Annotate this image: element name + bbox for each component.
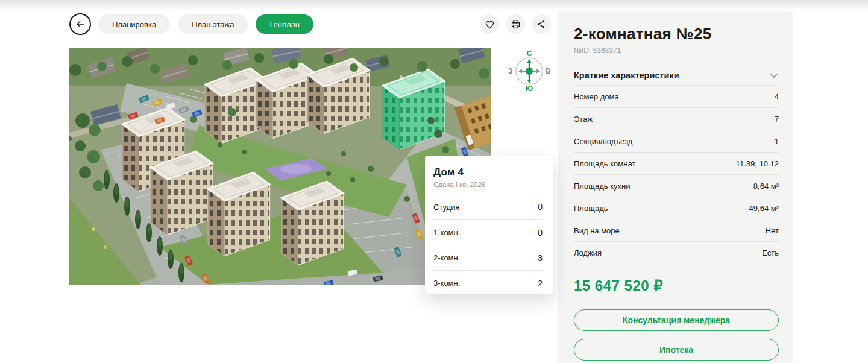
characteristics-list: Номер дома 4 Этаж 7 Секция/подъезд 1 Пло… xyxy=(574,86,779,264)
panel-buttons: Консультация менеджера Ипотека xyxy=(574,309,779,361)
share-button[interactable] xyxy=(532,14,551,34)
row-loggia: Лоджия Есть xyxy=(574,242,779,264)
compass-south-label: Ю xyxy=(526,84,533,93)
row-floor: Этаж 7 xyxy=(574,108,779,130)
row-label: Номер дома xyxy=(574,92,619,101)
row-label: Лоджия xyxy=(574,248,602,257)
compass-east-label: В xyxy=(545,67,550,75)
page: Планировка План этажа Генплан С Ю З xyxy=(0,0,868,363)
action-buttons xyxy=(480,14,551,34)
tooltip-row-value: 3 xyxy=(538,253,542,263)
row-house-number: Номер дома 4 xyxy=(574,86,779,108)
print-button[interactable] xyxy=(506,14,525,34)
row-value: 7 xyxy=(775,115,779,124)
row-label: Секция/подъезд xyxy=(574,137,632,146)
tooltip-row-label: 1-комн. xyxy=(433,228,460,237)
tooltip-row-2room: 2-комн. 3 xyxy=(433,245,542,270)
mortgage-button[interactable]: Ипотека xyxy=(574,339,779,361)
tab-genplan[interactable]: Генплан xyxy=(256,14,313,34)
tooltip-row-label: Студия xyxy=(433,203,459,212)
tooltip-row-value: 2 xyxy=(538,279,542,288)
tooltip-row-value: 0 xyxy=(538,228,542,238)
building-tooltip: Дом 4 Сдача I кв. 2026 Студия 0 1-комн. … xyxy=(425,156,553,294)
apartment-title: 2-комнатная №25 xyxy=(574,24,779,43)
favorite-button[interactable] xyxy=(480,14,499,34)
row-value: 11.39, 10.12 xyxy=(736,159,779,168)
tooltip-rows: Студия 0 1-комн. 0 2-комн. 3 3-комн. 2 xyxy=(433,194,542,295)
row-value: 4 xyxy=(775,92,779,101)
row-label: Площадь кухни xyxy=(574,182,630,191)
back-button[interactable] xyxy=(69,13,91,35)
compass-rose-icon xyxy=(515,57,544,86)
share-icon xyxy=(536,19,547,30)
tooltip-row-3room: 3-комн. 2 xyxy=(433,270,542,295)
compass-west-label: З xyxy=(508,67,513,75)
compass: С Ю З В xyxy=(508,49,550,93)
heart-icon xyxy=(484,19,495,30)
tooltip-row-label: 2-комн. xyxy=(433,253,460,262)
row-kitchen-area: Площадь кухни 8,64 м² xyxy=(574,175,779,197)
row-section: Секция/подъезд 1 xyxy=(574,130,779,153)
row-sea-view: Вид на море Нет xyxy=(574,219,779,242)
view-tabs: Планировка План этажа Генплан xyxy=(98,14,313,34)
tooltip-subtitle: Сдача I кв. 2026 xyxy=(433,181,542,188)
tooltip-title: Дом 4 xyxy=(433,166,542,178)
row-value: 49,64 м² xyxy=(749,204,779,213)
tooltip-row-studio: Студия 0 xyxy=(433,194,542,219)
top-shadow xyxy=(0,0,868,11)
row-label: Площадь комнат xyxy=(574,159,635,168)
row-value: 1 xyxy=(775,137,779,146)
row-total-area: Площадь 49,64 м² xyxy=(574,197,779,219)
price: 15 647 520 ₽ xyxy=(574,277,779,294)
row-value: Нет xyxy=(766,226,779,235)
consultation-button[interactable]: Консультация менеджера xyxy=(574,309,779,331)
characteristics-header[interactable]: Краткие характеристики xyxy=(574,70,779,86)
tab-planirovka[interactable]: Планировка xyxy=(98,14,170,34)
row-value: 8,64 м² xyxy=(753,182,779,191)
row-label: Вид на море xyxy=(574,226,620,235)
tab-plan-etazha[interactable]: План этажа xyxy=(178,14,248,34)
tooltip-row-value: 0 xyxy=(538,202,542,212)
tooltip-row-1room: 1-комн. 0 xyxy=(433,219,542,245)
row-label: Площадь xyxy=(574,204,608,213)
row-value: Есть xyxy=(762,248,779,257)
printer-icon xyxy=(510,19,521,30)
row-rooms-area: Площадь комнат 11.39, 10.12 xyxy=(574,153,779,175)
tooltip-row-label: 3-комн. xyxy=(433,279,460,288)
row-label: Этаж xyxy=(574,115,593,124)
apartment-id: №ID: 5363371 xyxy=(574,46,779,55)
back-arrow-icon xyxy=(74,18,86,30)
characteristics-title: Краткие характеристики xyxy=(574,71,679,80)
apartment-panel: 2-комнатная №25 №ID: 5363371 Краткие хар… xyxy=(558,11,793,363)
chevron-down-icon[interactable] xyxy=(769,71,779,80)
